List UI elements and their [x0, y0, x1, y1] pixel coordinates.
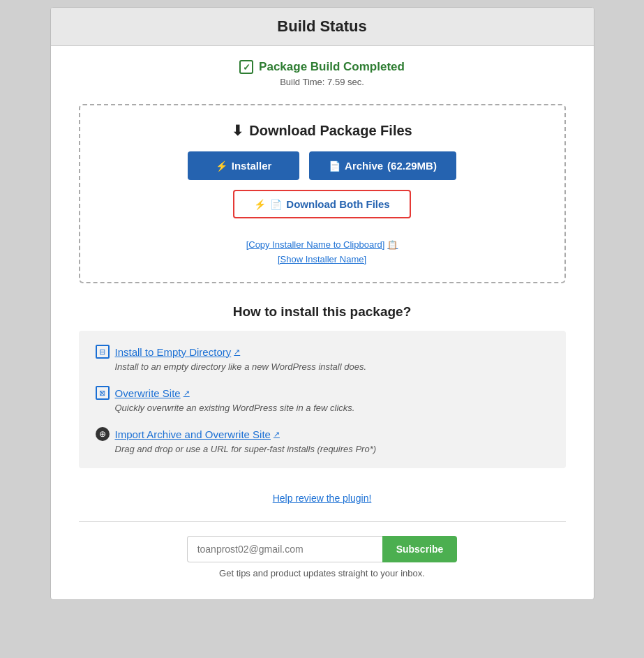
download-icon: ⬇ [232, 122, 244, 139]
empty-dir-icon: ⊟ [96, 345, 110, 359]
ext-icon-1: ↗ [184, 389, 190, 398]
copy-link-text: [Copy Installer Name to Clipboard] [246, 239, 385, 250]
file-both-icon: 📄 [270, 199, 282, 210]
download-section-title: Download Package Files [249, 123, 412, 139]
show-installer-name-link[interactable]: [Show Installer Name] [278, 254, 366, 264]
installer-button[interactable]: ⚡ Installer [188, 151, 299, 180]
subscribe-row: Subscribe [79, 536, 566, 562]
check-icon: ✓ [239, 60, 253, 74]
archive-size: (62.29MB) [387, 160, 437, 172]
download-btn-row: ⚡ Installer 📄 Archive (62.29MB) [101, 151, 544, 180]
main-window: Build Status ✓ Package Build Completed B… [50, 7, 594, 600]
bolt-both-icon: ⚡ [254, 199, 266, 210]
build-status-section: ✓ Package Build Completed Build Time: 7.… [79, 60, 566, 87]
import-archive-desc: Drag and drop or use a URL for super-fas… [96, 444, 549, 454]
subscribe-button[interactable]: Subscribe [382, 536, 458, 562]
how-to-section: How to install this package? ⊟ Install t… [79, 304, 566, 468]
overwrite-icon: ⊠ [96, 386, 110, 400]
install-option-import: ⊕ Import Archive and Overwrite Site ↗ Dr… [96, 427, 549, 454]
overwrite-site-desc: Quickly overwrite an existing WordPress … [96, 403, 549, 413]
title-bar: Build Status [51, 8, 594, 46]
page-title: Build Status [65, 17, 580, 36]
archive-button[interactable]: 📄 Archive (62.29MB) [309, 151, 456, 180]
email-input[interactable] [187, 536, 382, 562]
copy-installer-link[interactable]: [Copy Installer Name to Clipboard] 📋 [101, 239, 544, 250]
clipboard-icon: 📋 [387, 240, 398, 250]
overwrite-site-label: Overwrite Site [115, 387, 181, 399]
bolt-icon: ⚡ [216, 160, 227, 172]
download-title: ⬇ Download Package Files [101, 122, 544, 139]
main-content: ✓ Package Build Completed Build Time: 7.… [51, 46, 594, 599]
build-time: Build Time: 7.59 sec. [79, 77, 566, 87]
install-options: ⊟ Install to Empty Directory ↗ Install t… [79, 331, 566, 468]
subscribe-description: Get tips and product updates straight to… [79, 568, 566, 578]
import-icon: ⊕ [96, 427, 110, 441]
install-option-overwrite: ⊠ Overwrite Site ↗ Quickly overwrite an … [96, 386, 549, 413]
archive-label: Archive [345, 160, 383, 172]
build-time-value: 7.59 sec. [327, 77, 364, 87]
help-review-link[interactable]: Help review the plugin! [273, 493, 372, 504]
download-section: ⬇ Download Package Files ⚡ Installer 📄 A… [79, 104, 566, 283]
import-archive-link[interactable]: Import Archive and Overwrite Site ↗ [115, 428, 280, 440]
overwrite-site-link[interactable]: Overwrite Site ↗ [115, 387, 190, 399]
install-option-empty-dir-title: ⊟ Install to Empty Directory ↗ [96, 345, 549, 359]
help-review-section: Help review the plugin! [79, 485, 566, 504]
install-option-overwrite-title: ⊠ Overwrite Site ↗ [96, 386, 549, 400]
download-both-label: Download Both Files [286, 198, 389, 210]
install-option-import-title: ⊕ Import Archive and Overwrite Site ↗ [96, 427, 549, 441]
build-completed: ✓ Package Build Completed [239, 60, 405, 74]
file-icon: 📄 [329, 160, 340, 172]
subscribe-section: Subscribe Get tips and product updates s… [79, 521, 566, 578]
download-both-button[interactable]: ⚡ 📄 Download Both Files [233, 190, 410, 218]
install-empty-dir-desc: Install to an empty directory like a new… [96, 361, 549, 372]
ext-icon-0: ↗ [234, 347, 240, 357]
install-empty-dir-link[interactable]: Install to Empty Directory ↗ [115, 346, 241, 358]
ext-icon-2: ↗ [274, 430, 280, 439]
import-archive-label: Import Archive and Overwrite Site [115, 428, 271, 440]
how-to-title: How to install this package? [79, 304, 566, 320]
install-empty-dir-label: Install to Empty Directory [115, 346, 232, 358]
build-status-label: Package Build Completed [259, 60, 405, 74]
build-time-label: Build Time: [280, 77, 324, 87]
install-option-empty-dir: ⊟ Install to Empty Directory ↗ Install t… [96, 345, 549, 372]
installer-label: Installer [232, 160, 272, 172]
